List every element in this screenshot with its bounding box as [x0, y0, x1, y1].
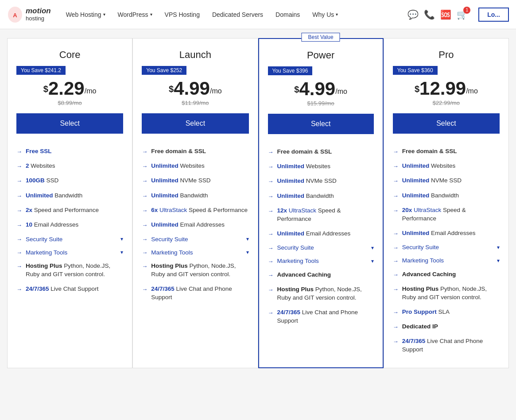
- chevron-down-icon: ▾: [150, 12, 152, 17]
- feature-highlight: 24/7/365: [151, 285, 175, 292]
- price-amount-launch: 4.99: [174, 79, 210, 98]
- arrow-icon: →: [393, 207, 399, 215]
- feature-highlight: Unlimited: [151, 177, 178, 184]
- feature-text: 12x UltraStack Speed & Performance: [277, 207, 374, 223]
- feature-highlight: Unlimited: [151, 192, 178, 199]
- feature-text: Free domain & SSL: [402, 147, 457, 156]
- feature-toggle-marketing-tools[interactable]: → Marketing Tools ▾: [142, 246, 248, 259]
- arrow-icon: →: [142, 162, 147, 170]
- nav-domains[interactable]: Domains: [271, 8, 304, 22]
- feature-text: Dedicated IP: [402, 323, 438, 331]
- feature-text: 100GB SSD: [26, 177, 58, 185]
- arrow-icon: →: [268, 230, 274, 238]
- feature-text: 20x UltraStack Speed & Performance: [402, 206, 500, 223]
- feature-toggle-security-suite[interactable]: → Security Suite ▾: [142, 232, 248, 246]
- feature-item: → Free domain & SSL: [268, 145, 374, 159]
- feature-text: 2 Websites: [26, 162, 55, 170]
- price-dollar-power: $: [294, 85, 299, 95]
- feature-highlight: Unlimited: [277, 177, 305, 184]
- price-row-power: $ 4.99 /mo: [268, 80, 374, 98]
- feature-item: → 24/7/365 Live Chat Support: [16, 282, 123, 297]
- feature-toggle-marketing-tools[interactable]: → Marketing Tools ▾: [393, 254, 500, 267]
- arrow-icon: →: [16, 249, 22, 256]
- select-button-pro[interactable]: Select: [393, 113, 500, 134]
- price-period-pro: /mo: [466, 87, 478, 95]
- arrow-icon: →: [16, 262, 22, 270]
- feature-toggle-security-suite[interactable]: → Security Suite ▾: [393, 241, 500, 254]
- feature-item: → Unlimited NVMe SSD: [393, 173, 500, 188]
- nav-dedicated-servers[interactable]: Dedicated Servers: [208, 8, 268, 22]
- arrow-icon: →: [142, 262, 147, 270]
- price-period-power: /mo: [335, 88, 347, 96]
- support-icon[interactable]: 🆘: [440, 9, 451, 20]
- feature-item: → Unlimited NVMe SSD: [268, 174, 374, 189]
- feature-text: Unlimited Websites: [151, 162, 205, 170]
- feature-item: → 100GB SSD: [16, 173, 123, 188]
- nav-why-us[interactable]: Why Us ▾: [308, 8, 342, 22]
- price-amount-power: 4.99: [299, 80, 335, 98]
- arrow-icon: →: [142, 207, 147, 215]
- arrow-icon: →: [268, 163, 274, 171]
- arrow-icon: →: [16, 162, 22, 170]
- cart-icon[interactable]: 🛒 1: [457, 9, 468, 20]
- feature-item: → 24/7/365 Live Chat and Phone Support: [268, 305, 374, 328]
- arrow-icon: →: [16, 236, 22, 243]
- select-button-power[interactable]: Select: [268, 114, 374, 134]
- arrow-icon: →: [142, 148, 147, 156]
- arrow-icon: →: [268, 286, 274, 294]
- nav-links: Web Hosting ▾ WordPress ▾ VPS Hosting De…: [62, 8, 408, 22]
- arrow-icon: →: [16, 207, 22, 215]
- feature-text: Unlimited Bandwidth: [402, 192, 459, 200]
- nav-web-hosting[interactable]: Web Hosting ▾: [62, 8, 110, 22]
- feature-toggle-label: Security Suite: [151, 236, 188, 243]
- feature-toggle-label: Marketing Tools: [402, 257, 444, 264]
- chat-icon[interactable]: 💬: [407, 9, 419, 20]
- feature-item: → 24/7/365 Live Chat and Phone Support: [393, 334, 500, 357]
- cart-badge: 1: [463, 7, 470, 14]
- plan-name-pro: Pro: [393, 49, 500, 61]
- nav-wordpress[interactable]: WordPress ▾: [113, 8, 157, 22]
- feature-toggle-label: Security Suite: [26, 236, 62, 243]
- savings-badge-pro: You Save $360: [393, 66, 438, 75]
- feature-highlight: Unlimited: [402, 192, 430, 199]
- phone-icon[interactable]: 📞: [424, 9, 435, 20]
- price-dollar-core: $: [43, 84, 48, 94]
- feature-item: → Free SSL: [16, 144, 123, 159]
- feature-highlight: Unlimited: [277, 163, 305, 170]
- select-button-core[interactable]: Select: [16, 113, 123, 134]
- feature-item: → Advanced Caching: [393, 267, 500, 282]
- feature-toggle-security-suite[interactable]: → Security Suite ▾: [268, 241, 374, 254]
- login-button[interactable]: Lo...: [478, 8, 509, 22]
- select-button-launch[interactable]: Select: [142, 113, 248, 134]
- feature-text: 24/7/365 Live Chat Support: [26, 285, 98, 293]
- nav-vps-hosting[interactable]: VPS Hosting: [160, 8, 204, 22]
- feature-text: 24/7/365 Live Chat and Phone Support: [151, 285, 248, 302]
- feature-text: Hosting Plus Python, Node.JS, Ruby and G…: [277, 285, 374, 302]
- feature-toggle-marketing-tools[interactable]: → Marketing Tools ▾: [16, 246, 123, 259]
- feature-text: Unlimited Websites: [402, 162, 456, 170]
- savings-badge-launch: You Save $252: [142, 66, 186, 75]
- chevron-down-icon: ▾: [120, 249, 123, 255]
- plan-card-launch: LaunchYou Save $252 $ 4.99 /mo $11.99/mo…: [132, 38, 258, 368]
- feature-text: Unlimited NVMe SSD: [151, 177, 210, 185]
- ultrastack-link[interactable]: UltraStack: [289, 207, 316, 214]
- feature-toggle-marketing-tools[interactable]: → Marketing Tools ▾: [268, 254, 374, 268]
- feature-list-core: → Free SSL → 2 Websites → 100GB SSD → Un…: [16, 144, 123, 297]
- arrow-icon: →: [142, 236, 147, 243]
- ultrastack-link[interactable]: UltraStack: [414, 207, 441, 213]
- feature-toggle-security-suite[interactable]: → Security Suite ▾: [16, 232, 123, 246]
- feature-item: → 24/7/365 Live Chat and Phone Support: [142, 282, 248, 305]
- feature-text: 10 Email Addresses: [26, 221, 78, 229]
- feature-highlight: 2: [26, 162, 29, 169]
- feature-item: → 2 Websites: [16, 159, 123, 173]
- arrow-icon: →: [16, 221, 22, 229]
- logo[interactable]: A motion hosting: [7, 6, 51, 23]
- feature-highlight: 20x: [402, 207, 412, 213]
- feature-item: → Dedicated IP: [393, 320, 500, 334]
- ultrastack-link[interactable]: UltraStack: [159, 207, 187, 213]
- price-row-pro: $ 12.99 /mo: [393, 79, 500, 98]
- arrow-icon: →: [142, 177, 147, 185]
- arrow-icon: →: [268, 271, 274, 279]
- plan-card-pro: ProYou Save $360 $ 12.99 /mo $22.99/moSe…: [384, 38, 509, 368]
- price-row-core: $ 2.29 /mo: [16, 79, 123, 98]
